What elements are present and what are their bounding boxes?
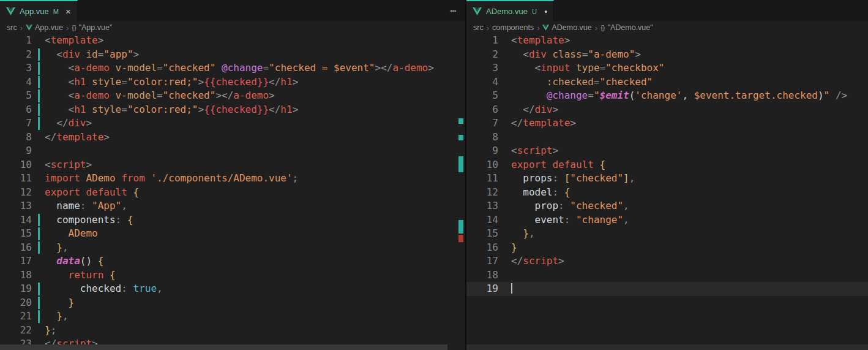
line-number: 17 <box>0 254 45 268</box>
more-actions-icon[interactable]: ⋯ <box>441 5 465 17</box>
code-line[interactable]: 6 </div> <box>466 103 868 117</box>
code-token: , <box>623 214 629 226</box>
code-line[interactable]: 15 }, <box>466 227 868 241</box>
code-line[interactable]: 7 </div> <box>0 116 465 131</box>
code-token: : <box>564 214 571 226</box>
code-line[interactable]: 3 <input type="checkbox" <box>466 61 868 75</box>
line-number: 4 <box>466 75 511 89</box>
overview-ruler-left[interactable] <box>457 34 465 344</box>
code-token: @change <box>222 62 263 74</box>
breadcrumb-item[interactable]: {}"ADemo.vue" <box>600 23 653 32</box>
code-line[interactable]: 10<script> <box>0 158 465 172</box>
code-line[interactable]: 22}; <box>0 324 465 338</box>
breadcrumb-separator: › <box>594 23 598 32</box>
tab-app-vue[interactable]: App.vue M × <box>0 0 78 21</box>
code-token: div <box>69 117 86 129</box>
code-line[interactable]: 9<script> <box>466 144 868 158</box>
unsaved-dot-icon[interactable]: ● <box>544 9 547 15</box>
code-token: template <box>56 131 103 143</box>
code-text: import ADemo from './components/ADemo.vu… <box>45 172 298 186</box>
code-line[interactable]: 14 event: "change", <box>466 213 868 227</box>
code-text: <h1 style="color:red;">{{checked}}</h1> <box>45 75 298 89</box>
code-line[interactable]: 1<template> <box>0 34 465 48</box>
code-token: import <box>45 172 80 184</box>
breadcrumb-item[interactable]: App.vue <box>26 23 63 32</box>
code-line[interactable]: 5 <a-demo v-model="checked"></a-demo> <box>0 89 465 103</box>
code-line[interactable]: 14 components: { <box>0 213 465 227</box>
code-token <box>511 76 547 88</box>
git-gutter-mark <box>38 62 40 75</box>
code-line[interactable]: 8</template> <box>0 131 465 145</box>
code-line[interactable]: 5 @change="$emit('change', $event.target… <box>466 89 868 103</box>
breadcrumb-item[interactable]: ADemo.vue <box>542 23 591 32</box>
code-line[interactable]: 11 props: ["checked"], <box>466 172 868 186</box>
breadcrumb-item[interactable]: {}"App.vue" <box>72 23 112 32</box>
breadcrumb-item[interactable]: src <box>7 23 17 32</box>
breadcrumb-item[interactable]: components <box>492 23 534 32</box>
code-token: :checked <box>547 76 594 88</box>
scrollbar-thumb[interactable] <box>0 344 447 350</box>
code-line[interactable]: 17</script> <box>466 254 868 268</box>
code-token: export <box>511 159 547 170</box>
code-line[interactable]: 8 <box>466 131 868 145</box>
code-token: } <box>523 227 529 239</box>
code-token: 'change' <box>635 89 682 101</box>
code-token: [ <box>564 172 571 184</box>
code-line[interactable]: 19 <box>466 282 868 296</box>
tab-ademo-vue[interactable]: ADemo.vue U ● <box>466 0 554 21</box>
code-line[interactable]: 6 <h1 style="color:red;">{{checked}}</h1… <box>0 103 465 117</box>
code-line[interactable]: 4 <h1 style="color:red;">{{checked}}</h1… <box>0 75 465 89</box>
code-token: style <box>92 104 121 115</box>
code-text: <a-demo v-model="checked" @change="check… <box>45 61 434 75</box>
breadcrumb-separator: › <box>65 23 69 32</box>
horizontal-scrollbar-right[interactable] <box>466 344 868 350</box>
overview-ruler-mark <box>458 156 463 172</box>
overview-ruler-mark <box>458 220 463 234</box>
scrollbar-thumb[interactable] <box>466 344 868 350</box>
code-token: $event.target.checked <box>694 89 818 101</box>
code-line[interactable]: 21 }, <box>0 310 465 324</box>
code-area-right[interactable]: 1<template>2 <div class="a-demo">3 <inpu… <box>466 34 868 350</box>
horizontal-scrollbar-left[interactable] <box>0 344 457 350</box>
code-line[interactable]: 4 :checked="checked" <box>466 75 868 89</box>
code-text: }, <box>511 227 535 241</box>
code-line[interactable]: 1<template> <box>466 34 868 48</box>
code-token: a-demo <box>392 62 428 74</box>
code-line[interactable]: 2 <div class="a-demo"> <box>466 48 868 62</box>
code-line[interactable]: 12export default { <box>0 186 465 200</box>
code-line[interactable]: 16 }, <box>0 241 465 255</box>
code-line[interactable]: 13 name: "App", <box>0 199 465 213</box>
code-text: return { <box>45 268 116 283</box>
code-line[interactable]: 20 } <box>0 296 465 310</box>
code-line[interactable]: 3 <a-demo v-model="checked" @change="che… <box>0 61 465 75</box>
line-number: 1 <box>466 34 511 48</box>
code-token: > <box>133 48 140 60</box>
code-line[interactable]: 2 <div id="app"> <box>0 48 465 62</box>
code-token: = <box>121 104 127 115</box>
code-line[interactable]: 7</template> <box>466 116 868 131</box>
code-line[interactable]: 15 ADemo <box>0 227 465 241</box>
code-line[interactable]: 10export default { <box>466 158 868 172</box>
code-line[interactable]: 18 <box>466 268 868 283</box>
code-line[interactable]: 17 data() { <box>0 254 465 268</box>
code-text: @change="$emit('change', $event.target.c… <box>511 89 847 103</box>
code-line[interactable]: 19 checked: true, <box>0 282 465 296</box>
close-icon[interactable]: × <box>65 7 71 16</box>
vscode-editor-window: App.vue M × ⋯ src›App.vue›{}"App.vue" 1<… <box>0 0 868 350</box>
breadcrumb-item[interactable]: src <box>473 23 484 32</box>
code-line[interactable]: 13 prop: "checked", <box>466 199 868 213</box>
code-line[interactable]: 11import ADemo from './components/ADemo.… <box>0 172 465 186</box>
code-token: true <box>133 283 157 294</box>
code-token <box>127 283 133 294</box>
code-line[interactable]: 9 <box>0 144 465 158</box>
code-line[interactable]: 16} <box>466 241 868 255</box>
line-number: 10 <box>466 158 511 172</box>
code-token: class <box>552 48 582 60</box>
code-line[interactable]: 12 model: { <box>466 186 868 200</box>
code-text: </template> <box>45 131 110 145</box>
code-area-left[interactable]: 1<template>2 <div id="app">3 <a-demo v-m… <box>0 34 465 350</box>
git-status-badge: M <box>53 8 59 15</box>
code-line[interactable]: 18 return { <box>0 268 465 283</box>
git-gutter-mark <box>38 48 40 61</box>
code-token <box>116 172 122 184</box>
